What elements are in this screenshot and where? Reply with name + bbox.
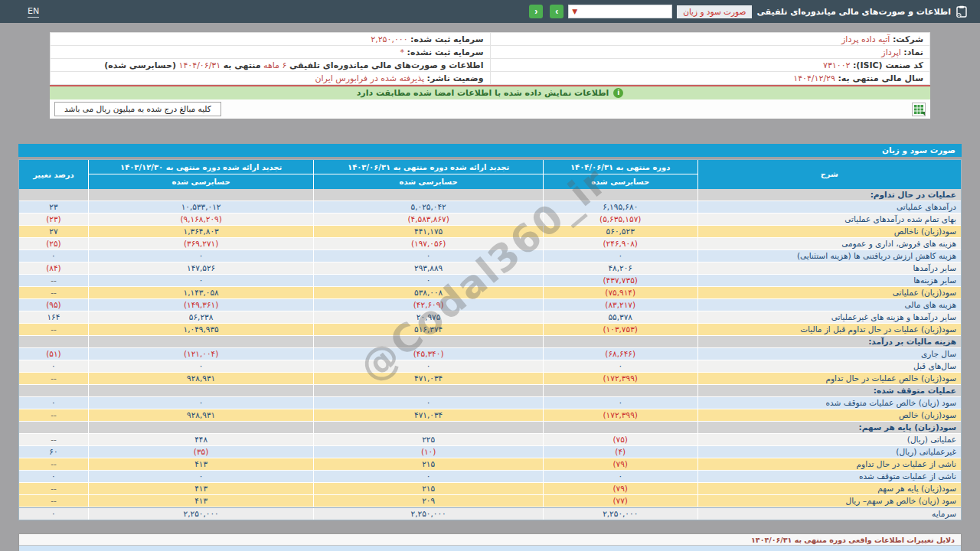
value-cell: -- xyxy=(19,373,88,384)
value-cell: ۱۶۴ xyxy=(19,311,88,323)
value-cell: (۴۳۷,۷۳۵) xyxy=(543,275,697,286)
table-row: سود(زیان) خالص عملیات در حال تداوم(۱۷۲,۳… xyxy=(19,373,961,385)
previous-sheet-button[interactable]: ‹ xyxy=(529,5,543,18)
value-cell: ۲۱۵ xyxy=(313,458,543,470)
value-cell: ۰ xyxy=(19,360,88,372)
value-cell: ۲۰,۹۷۵ xyxy=(313,311,543,323)
value-cell: ۱۴۷,۵۲۶ xyxy=(88,262,314,274)
table-row: سود(زیان) ناخالص۵۶۰,۵۲۳۴۴۱,۱۷۵۱,۳۶۴,۸۰۳۲… xyxy=(19,226,961,238)
report-prefix: اطلاعات و صورت‌های مالی میاندوره‌ای تلفی… xyxy=(289,60,484,70)
value-cell: (۲۴۶,۹۰۸) xyxy=(543,238,697,249)
value-cell: -- xyxy=(19,287,88,298)
value-cell: ۵۵,۳۷۸ xyxy=(543,311,697,323)
header-period-current-title: دوره منتهی به ۱۴۰۴/۰۶/۳۱ xyxy=(544,160,697,174)
table-row: درآمدهای عملیاتی۶,۱۹۵,۶۸۰۵,۰۲۵,۰۴۲۱۰,۵۳۳… xyxy=(19,201,961,214)
table-row: هزینه کاهش ارزش دریافتنی ها (هزینه استثن… xyxy=(19,250,961,262)
value-cell: ۲۲۵ xyxy=(313,434,543,445)
header-period-restated-1: تجدید ارائه شده دوره منتهی به ۱۴۰۳/۰۶/۳۱… xyxy=(313,160,543,189)
header-period-restated-1-title: تجدید ارائه شده دوره منتهی به ۱۴۰۳/۰۶/۳۱ xyxy=(314,160,543,174)
isic-cell: کد صنعت (ISIC): ۷۳۱۰۰۲ xyxy=(490,59,930,72)
unit-note: کلیه مبالغ درج شده به میلیون ریال می باش… xyxy=(54,102,221,116)
unregistered-capital-value: * xyxy=(400,47,405,57)
table-row: هزینه های مالی(۸۳,۲۱۷)(۴۲,۶۰۹)(۱۴۹,۳۶۱)(… xyxy=(19,299,961,311)
header-audited-label: حسابرسی شده xyxy=(544,174,697,189)
value-cell xyxy=(313,336,543,347)
topbar: اطلاعات و صورت‌های مالی میاندوره‌ای تلفی… xyxy=(0,0,980,23)
row-label: سایر درآمدها xyxy=(697,262,961,274)
value-cell: (۹,۱۶۸,۲۰۹) xyxy=(88,214,314,225)
table-row: هزینه های فروش، اداری و عمومی(۲۴۶,۹۰۸)(۱… xyxy=(19,238,961,250)
value-cell: (۷۵) xyxy=(543,434,697,445)
value-cell: (۵۱) xyxy=(19,348,88,360)
unregistered-capital-label: سرمایه ثبت نشده: xyxy=(407,47,484,57)
value-cell: (۱۰۳,۷۵۳) xyxy=(543,324,697,335)
value-cell: -- xyxy=(19,434,88,445)
value-cell: (۲۳) xyxy=(19,214,88,225)
value-cell: ۴۸,۲۰۶ xyxy=(543,262,697,274)
row-label: درآمدهای عملیاتی xyxy=(697,201,961,213)
table-row: سود(زیان) پایه هر سهم(۷۹)۲۱۵۴۱۳-- xyxy=(19,483,961,495)
next-sheet-button[interactable]: › xyxy=(550,5,564,18)
section-row: سود(زیان) پایه هر سهم: xyxy=(19,422,961,434)
value-cell: ۲۱۵ xyxy=(313,483,543,494)
value-cell: ۱,۳۶۴,۸۰۳ xyxy=(88,226,314,237)
value-cell: ۰ xyxy=(313,471,543,482)
value-cell: (۸۴) xyxy=(19,262,88,274)
table-row: بهای تمام شده درآمدهای عملیاتی(۵,۶۳۵,۱۵۷… xyxy=(19,214,961,226)
value-cell: -- xyxy=(19,409,88,421)
value-cell: (۵,۶۳۵,۱۵۷) xyxy=(543,214,697,225)
row-label: سود(زیان) خالص عملیات در حال تداوم xyxy=(697,373,961,384)
value-cell: -- xyxy=(19,483,88,494)
sheet-select-dropdown[interactable]: ▼ xyxy=(568,5,672,18)
page-title: اطلاعات و صورت‌های مالی میاندوره‌ای تلفی… xyxy=(756,7,951,17)
value-cell: ۲,۲۵۰,۰۰۰ xyxy=(88,508,314,520)
table-row: سال‌های قبل۰۰۰۰ xyxy=(19,360,961,373)
value-cell: ۶۰ xyxy=(19,446,88,458)
row-label: سود(زیان) عملیاتی xyxy=(697,287,961,298)
table-row: ناشی از عملیات متوقف شده۰۰۰۰ xyxy=(19,471,961,483)
value-cell: ۴۷۱,۰۳۴ xyxy=(313,409,543,421)
unit-strip: کلیه مبالغ درج شده به میلیون ریال می باش… xyxy=(50,99,930,119)
row-label: ناشی از عملیات در حال تداوم xyxy=(697,458,961,470)
table-row: سایر درآمدها۴۸,۲۰۶۲۹۳,۸۸۹۱۴۷,۵۲۶(۸۴) xyxy=(19,262,961,275)
value-cell: ۰ xyxy=(543,250,697,262)
value-cell: ۰ xyxy=(88,471,314,482)
row-label: هزینه کاهش ارزش دریافتنی ها (هزینه استثن… xyxy=(697,250,961,262)
value-cell: ۰ xyxy=(88,250,314,262)
issuer-status-value: پذیرفته شده در فرابورس ایران xyxy=(315,73,424,83)
table-row: سود(زیان) عملیاتی(۷۵,۹۱۴)۵۳۸,۰۰۸۱,۱۴۳,۰۵… xyxy=(19,287,961,299)
info-row: نماد: اپرداز سرمایه ثبت نشده: * xyxy=(51,46,930,59)
row-label: عملیات متوقف شده: xyxy=(697,385,961,396)
value-cell: (۸۳,۲۱۷) xyxy=(543,299,697,311)
row-label: هزینه های مالی xyxy=(697,299,961,311)
report-audited-note: (حسابرسی شده) xyxy=(104,60,176,70)
value-cell: ۱۰,۵۳۳,۰۱۲ xyxy=(88,201,314,213)
value-cell xyxy=(88,336,314,347)
banner-text: اطلاعات نمایش داده شده با اطلاعات امضا ش… xyxy=(357,88,609,98)
value-cell: (۷۹) xyxy=(543,458,697,470)
value-cell: ۲۹۳,۸۸۹ xyxy=(313,262,543,274)
value-cell: ۵۶,۲۳۸ xyxy=(88,311,314,323)
value-cell: ۲۳ xyxy=(19,201,88,213)
row-label: سود(زیان) عملیات در حال تداوم قبل از مال… xyxy=(697,324,961,335)
value-cell: (۱۲۱,۰۰۴) xyxy=(88,348,314,360)
excel-export-icon[interactable] xyxy=(912,103,926,116)
table-title: صورت سود و زیان xyxy=(18,144,962,157)
value-cell: ۶,۱۹۵,۶۸۰ xyxy=(543,201,697,213)
row-label: سود (زیان) خالص عملیات متوقف شده xyxy=(697,397,961,409)
value-cell: (۱۷۲,۳۹۹) xyxy=(543,373,697,384)
value-cell xyxy=(313,422,543,433)
language-toggle-en[interactable]: EN xyxy=(28,6,39,18)
table-row: سود (زیان) خالص عملیات متوقف شده۰۰۰۰ xyxy=(19,397,961,409)
table-row: سال جاری(۶۸,۶۴۶)(۴۵,۳۴۰)(۱۲۱,۰۰۴)(۵۱) xyxy=(19,348,961,360)
topbar-right-group: اطلاعات و صورت‌های مالی میاندوره‌ای تلفی… xyxy=(529,5,968,18)
fiscal-year-label: سال مالی منتهی به: xyxy=(838,73,923,83)
value-cell: (۷۵,۹۱۴) xyxy=(543,287,697,298)
table-row: سود(زیان) عملیات در حال تداوم قبل از مال… xyxy=(19,324,961,336)
table-row: سود (زیان) خالص هر سهم– ریال(۷۷)۲۰۹۴۱۳-- xyxy=(19,495,961,507)
symbol-cell: نماد: اپرداز xyxy=(490,46,930,59)
row-label: سال‌های قبل xyxy=(697,360,961,372)
value-cell: (۹۵) xyxy=(19,299,88,311)
value-cell: (۲۵) xyxy=(19,238,88,249)
value-cell: -- xyxy=(19,275,88,286)
